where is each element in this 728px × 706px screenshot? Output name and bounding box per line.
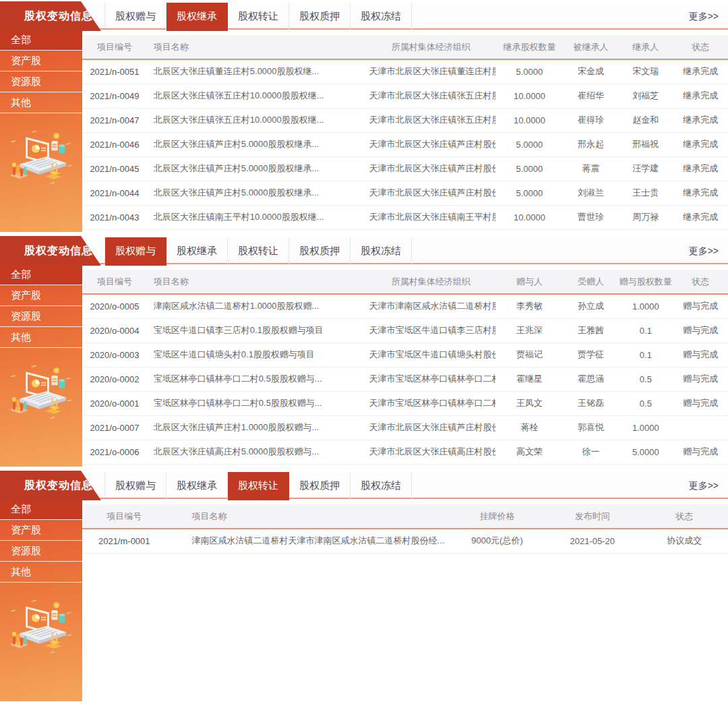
tab-0[interactable]: 股权赠与 xyxy=(105,3,166,30)
sidebar-item-2[interactable]: 资源股 xyxy=(0,306,82,327)
cell: 2021-05-20 xyxy=(544,529,641,553)
tab-4[interactable]: 股权冻结 xyxy=(351,237,412,264)
panel-body: 全部资产股资源股其他 xyxy=(0,264,728,467)
table-row[interactable]: 2020/o-0005津南区咸水沽镇二道桥村1.0000股股权赠...天津市津南… xyxy=(82,294,728,318)
tab-0-active[interactable]: 股权赠与 xyxy=(105,237,166,266)
cell: 5.0000 xyxy=(495,181,564,205)
data-table-area: 项目编号项目名称所属村集体经济组织继承股权数量被继承人继承人状态2021/n-0… xyxy=(82,30,728,232)
table-header-row: 项目编号项目名称所属村集体经济组织继承股权数量被继承人继承人状态 xyxy=(82,35,728,59)
sidebar-item-0[interactable]: 全部 xyxy=(0,264,82,285)
table-row[interactable]: 2021/n-0045北辰区大张庄镇芦庄村5.0000股股权继承...天津市北辰… xyxy=(82,156,728,181)
table-row[interactable]: 2021/o-0007北辰区大张庄镇芦庄村1.0000股股权赠与...天津市北辰… xyxy=(82,415,728,440)
tab-0[interactable]: 股权赠与 xyxy=(105,472,166,499)
cell: 5.0000 xyxy=(495,132,564,156)
cell: 北辰区大张庄镇张五庄村10.0000股股权继... xyxy=(147,108,367,132)
column-header: 项目编号 xyxy=(82,504,166,529)
cell: 天津市北辰区大张庄镇芦庄村股份... xyxy=(367,156,496,181)
tab-1[interactable]: 股权继承 xyxy=(166,237,228,264)
cell: 2021/n-0045 xyxy=(82,156,147,181)
column-header: 发布时间 xyxy=(544,504,641,529)
table-row[interactable]: 2020/o-0002宝坻区林亭口镇林亭口二村0.5股股权赠与...天津市宝坻区… xyxy=(82,367,728,391)
sidebar-item-1[interactable]: 资产股 xyxy=(0,51,82,71)
cell: 9000元(总价) xyxy=(450,529,544,553)
table-row[interactable]: 2021/o-0006北辰区大张庄镇高庄村5.0000股股权赠与...天津市北辰… xyxy=(82,440,728,464)
tab-3[interactable]: 股权质押 xyxy=(289,472,351,499)
column-header: 项目名称 xyxy=(166,504,451,529)
sidebar-item-2[interactable]: 资源股 xyxy=(0,71,82,92)
panel-body: 全部资产股资源股其他 xyxy=(0,30,728,232)
category-sidebar: 全部资产股资源股其他 xyxy=(0,30,82,232)
panel-topbar: 股权变动信息股权赠与股权继承股权转让股权质押股权冻结更多>> xyxy=(0,472,728,499)
cell: 2021/n-0043 xyxy=(82,205,147,229)
cell: 崔绍华 xyxy=(564,84,618,108)
tab-3[interactable]: 股权质押 xyxy=(289,237,351,264)
more-link[interactable]: 更多>> xyxy=(689,237,728,263)
cell: 天津市北辰区大张庄镇董连庄村股... xyxy=(367,59,496,84)
cell: 协议成交 xyxy=(641,529,728,553)
table-row[interactable]: 2021/n-0044北辰区大张庄镇芦庄村5.0000股股权继承...天津市北辰… xyxy=(82,181,728,205)
column-header: 所属村集体经济组织 xyxy=(367,270,496,294)
cell: 继承完成 xyxy=(673,156,728,181)
column-header: 赠与人 xyxy=(495,270,564,294)
cell: 徐一 xyxy=(564,440,618,464)
cell: 汪学建 xyxy=(618,156,673,181)
sidebar-item-2[interactable]: 资源股 xyxy=(0,541,82,562)
cell: 10.0000 xyxy=(495,84,564,108)
cell: 周万禄 xyxy=(618,205,673,229)
cell: 继承完成 xyxy=(673,84,728,108)
table-row[interactable]: 2021/n-0051北辰区大张庄镇董连庄村5.0000股股权继...天津市北辰… xyxy=(82,59,728,84)
more-link[interactable]: 更多>> xyxy=(689,3,728,28)
cell: 刘福芝 xyxy=(618,84,673,108)
sidebar-item-3[interactable]: 其他 xyxy=(0,562,82,583)
equity-change-page: 股权变动信息股权赠与股权继承股权转让股权质押股权冻结更多>>全部资产股资源股其他 xyxy=(0,0,728,701)
cell: 继承完成 xyxy=(673,132,728,156)
cell: 赠与完成 xyxy=(673,440,728,464)
tab-4[interactable]: 股权冻结 xyxy=(351,3,412,30)
tab-2-active[interactable]: 股权转让 xyxy=(228,472,289,500)
sidebar-item-1[interactable]: 资产股 xyxy=(0,285,82,306)
cell: 宋金成 xyxy=(564,59,618,84)
tab-3[interactable]: 股权质押 xyxy=(289,3,351,30)
table-row[interactable]: 2021/m-0001津南区咸水沽镇二道桥村天津市津南区咸水沽镇二道桥村股份经.… xyxy=(82,529,728,553)
cell: 赠与完成 xyxy=(673,391,728,415)
cell: 天津市宝坻区林亭口镇林亭口二村... xyxy=(367,367,496,391)
cell: 孙立成 xyxy=(564,294,618,318)
table-row[interactable]: 2021/n-0043北辰区大张庄镇南王平村10.0000股股权继...天津市北… xyxy=(82,205,728,229)
tab-2[interactable]: 股权转让 xyxy=(228,3,289,30)
data-table: 项目编号项目名称挂牌价格发布时间状态2021/m-0001津南区咸水沽镇二道桥村… xyxy=(82,504,728,554)
table-header-row: 项目编号项目名称挂牌价格发布时间状态 xyxy=(82,504,728,529)
cell: 赠与完成 xyxy=(673,318,728,343)
panel-body: 全部资产股资源股其他 xyxy=(0,499,728,701)
sidebar-item-3[interactable]: 其他 xyxy=(0,92,82,113)
tab-1-active[interactable]: 股权继承 xyxy=(166,3,228,31)
table-row[interactable]: 2020/o-0003宝坻区牛道口镇塘头村0.1股股权赠与项目天津市宝坻区牛道口… xyxy=(82,343,728,367)
cell: 赠与完成 xyxy=(673,367,728,391)
cell: 崔得珍 xyxy=(564,108,618,132)
sidebar-item-1[interactable]: 资产股 xyxy=(0,520,82,541)
cell: 贾福记 xyxy=(495,343,564,367)
cell: 北辰区大张庄镇高庄村5.0000股股权赠与... xyxy=(147,440,367,464)
table-row[interactable]: 2021/n-0047北辰区大张庄镇张五庄村10.0000股股权继...天津市北… xyxy=(82,108,728,132)
sidebar-item-0[interactable]: 全部 xyxy=(0,499,82,520)
cell: 王士贵 xyxy=(618,181,673,205)
table-row[interactable]: 2021/n-0046北辰区大张庄镇芦庄村5.0000股股权继承...天津市北辰… xyxy=(82,132,728,156)
cell: 2020/o-0002 xyxy=(82,367,147,391)
panel-topbar: 股权变动信息股权赠与股权继承股权转让股权质押股权冻结更多>> xyxy=(0,237,728,264)
table-row[interactable]: 2020/o-0004宝坻区牛道口镇李三店村0.1股股权赠与项目天津市宝坻区牛道… xyxy=(82,318,728,343)
table-header-row: 项目编号项目名称所属村集体经济组织赠与人受赠人赠与股权数量状态 xyxy=(82,270,728,294)
sidebar-item-3[interactable]: 其他 xyxy=(0,327,82,348)
cell: 10.0000 xyxy=(495,108,564,132)
panel-title: 股权变动信息 xyxy=(24,479,93,493)
panel-title: 股权变动信息 xyxy=(24,9,93,24)
panel-topbar: 股权变动信息股权赠与股权继承股权转让股权质押股权冻结更多>> xyxy=(0,3,728,30)
table-row[interactable]: 2021/n-0049北辰区大张庄镇张五庄村10.0000股股权继...天津市北… xyxy=(82,84,728,108)
tab-4[interactable]: 股权冻结 xyxy=(351,472,412,499)
table-row[interactable]: 2020/o-0001宝坻区林亭口镇林亭口二村0.5股股权赠与...天津市宝坻区… xyxy=(82,391,728,415)
cell: 2020/o-0003 xyxy=(82,343,147,367)
cell: 天津市北辰区大张庄镇芦庄村股份... xyxy=(367,415,496,440)
panel-title: 股权变动信息 xyxy=(24,244,93,258)
tab-1[interactable]: 股权继承 xyxy=(166,472,228,499)
tab-2[interactable]: 股权转让 xyxy=(228,237,289,264)
sidebar-item-0[interactable]: 全部 xyxy=(0,30,82,51)
more-link[interactable]: 更多>> xyxy=(689,472,728,498)
